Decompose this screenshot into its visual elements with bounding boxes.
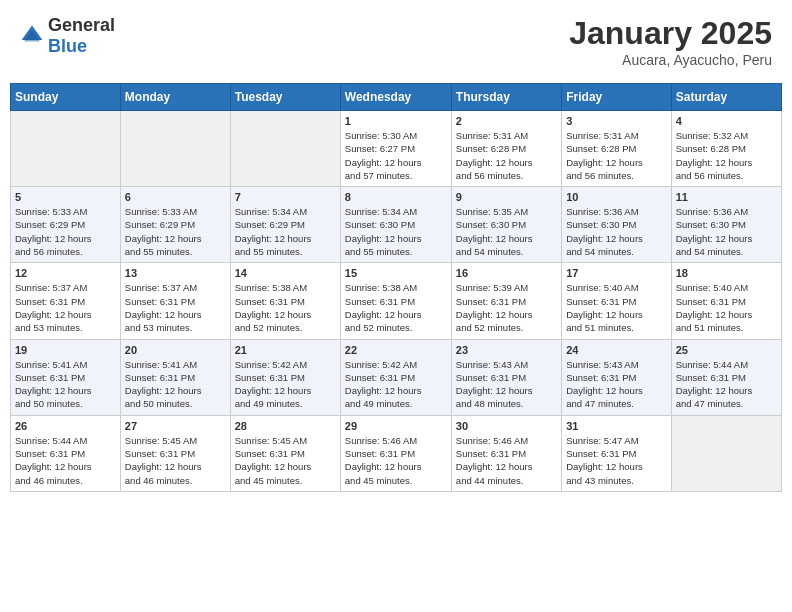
day-info-line: and 50 minutes.: [15, 397, 116, 410]
day-info-line: and 54 minutes.: [566, 245, 666, 258]
day-info-line: Sunset: 6:28 PM: [566, 142, 666, 155]
calendar-cell: 7Sunrise: 5:34 AMSunset: 6:29 PMDaylight…: [230, 187, 340, 263]
calendar-cell: 10Sunrise: 5:36 AMSunset: 6:30 PMDayligh…: [562, 187, 671, 263]
day-info-line: Daylight: 12 hours: [676, 308, 777, 321]
day-info: Sunrise: 5:38 AMSunset: 6:31 PMDaylight:…: [345, 281, 447, 334]
day-info-line: Daylight: 12 hours: [125, 232, 226, 245]
day-number: 5: [15, 191, 116, 203]
day-info-line: Daylight: 12 hours: [456, 460, 557, 473]
day-info-line: Daylight: 12 hours: [566, 460, 666, 473]
day-info-line: Daylight: 12 hours: [456, 384, 557, 397]
day-info: Sunrise: 5:44 AMSunset: 6:31 PMDaylight:…: [15, 434, 116, 487]
day-info-line: and 51 minutes.: [676, 321, 777, 334]
calendar-cell: 21Sunrise: 5:42 AMSunset: 6:31 PMDayligh…: [230, 339, 340, 415]
day-info-line: Sunrise: 5:38 AM: [235, 281, 336, 294]
calendar-week-row: 26Sunrise: 5:44 AMSunset: 6:31 PMDayligh…: [11, 415, 782, 491]
day-info-line: Sunset: 6:30 PM: [676, 218, 777, 231]
day-number: 17: [566, 267, 666, 279]
day-number: 16: [456, 267, 557, 279]
day-info-line: Sunrise: 5:45 AM: [235, 434, 336, 447]
day-info-line: and 55 minutes.: [345, 245, 447, 258]
day-number: 26: [15, 420, 116, 432]
day-info-line: and 46 minutes.: [15, 474, 116, 487]
day-info-line: Daylight: 12 hours: [566, 308, 666, 321]
title-block: January 2025 Aucara, Ayacucho, Peru: [569, 15, 772, 68]
day-info-line: and 49 minutes.: [235, 397, 336, 410]
day-info-line: and 44 minutes.: [456, 474, 557, 487]
day-info-line: Sunset: 6:27 PM: [345, 142, 447, 155]
day-number: 22: [345, 344, 447, 356]
day-info-line: Sunset: 6:30 PM: [345, 218, 447, 231]
day-of-week-header: Friday: [562, 84, 671, 111]
day-info-line: Sunrise: 5:36 AM: [676, 205, 777, 218]
day-info-line: and 52 minutes.: [456, 321, 557, 334]
day-info-line: Sunset: 6:31 PM: [125, 295, 226, 308]
calendar-cell: [11, 111, 121, 187]
day-number: 12: [15, 267, 116, 279]
day-info-line: and 51 minutes.: [566, 321, 666, 334]
calendar-week-row: 12Sunrise: 5:37 AMSunset: 6:31 PMDayligh…: [11, 263, 782, 339]
day-info-line: Sunset: 6:31 PM: [15, 295, 116, 308]
day-info: Sunrise: 5:43 AMSunset: 6:31 PMDaylight:…: [456, 358, 557, 411]
day-info: Sunrise: 5:41 AMSunset: 6:31 PMDaylight:…: [125, 358, 226, 411]
day-info-line: Sunrise: 5:43 AM: [566, 358, 666, 371]
day-of-week-header: Sunday: [11, 84, 121, 111]
day-info-line: Sunset: 6:30 PM: [456, 218, 557, 231]
calendar-cell: [230, 111, 340, 187]
day-number: 3: [566, 115, 666, 127]
logo-text-blue: Blue: [48, 36, 87, 56]
day-info-line: Sunset: 6:31 PM: [15, 371, 116, 384]
day-of-week-header: Saturday: [671, 84, 781, 111]
day-info-line: Sunset: 6:31 PM: [345, 371, 447, 384]
day-info-line: Sunrise: 5:42 AM: [235, 358, 336, 371]
day-number: 23: [456, 344, 557, 356]
day-info-line: and 45 minutes.: [235, 474, 336, 487]
calendar-cell: 6Sunrise: 5:33 AMSunset: 6:29 PMDaylight…: [120, 187, 230, 263]
day-info-line: Daylight: 12 hours: [15, 384, 116, 397]
day-info-line: Sunset: 6:29 PM: [15, 218, 116, 231]
day-info-line: Daylight: 12 hours: [345, 156, 447, 169]
day-info-line: and 52 minutes.: [235, 321, 336, 334]
calendar-cell: 31Sunrise: 5:47 AMSunset: 6:31 PMDayligh…: [562, 415, 671, 491]
day-info-line: and 46 minutes.: [125, 474, 226, 487]
calendar-cell: 27Sunrise: 5:45 AMSunset: 6:31 PMDayligh…: [120, 415, 230, 491]
day-info-line: Sunset: 6:31 PM: [566, 295, 666, 308]
calendar-cell: 3Sunrise: 5:31 AMSunset: 6:28 PMDaylight…: [562, 111, 671, 187]
day-info: Sunrise: 5:40 AMSunset: 6:31 PMDaylight:…: [676, 281, 777, 334]
day-info-line: Daylight: 12 hours: [235, 308, 336, 321]
day-info: Sunrise: 5:36 AMSunset: 6:30 PMDaylight:…: [676, 205, 777, 258]
calendar-cell: [671, 415, 781, 491]
day-info-line: Sunset: 6:31 PM: [456, 295, 557, 308]
day-info: Sunrise: 5:33 AMSunset: 6:29 PMDaylight:…: [15, 205, 116, 258]
day-info-line: Daylight: 12 hours: [235, 460, 336, 473]
day-info-line: and 55 minutes.: [235, 245, 336, 258]
day-info-line: and 53 minutes.: [15, 321, 116, 334]
calendar-week-row: 5Sunrise: 5:33 AMSunset: 6:29 PMDaylight…: [11, 187, 782, 263]
day-number: 11: [676, 191, 777, 203]
day-info-line: Sunset: 6:29 PM: [125, 218, 226, 231]
day-number: 19: [15, 344, 116, 356]
day-info: Sunrise: 5:46 AMSunset: 6:31 PMDaylight:…: [345, 434, 447, 487]
day-info: Sunrise: 5:45 AMSunset: 6:31 PMDaylight:…: [235, 434, 336, 487]
day-number: 4: [676, 115, 777, 127]
day-info-line: Sunrise: 5:37 AM: [125, 281, 226, 294]
day-info-line: and 49 minutes.: [345, 397, 447, 410]
day-number: 2: [456, 115, 557, 127]
day-info-line: Sunrise: 5:47 AM: [566, 434, 666, 447]
day-info-line: Sunrise: 5:34 AM: [345, 205, 447, 218]
calendar-header-row: SundayMondayTuesdayWednesdayThursdayFrid…: [11, 84, 782, 111]
calendar-cell: 11Sunrise: 5:36 AMSunset: 6:30 PMDayligh…: [671, 187, 781, 263]
calendar-cell: 17Sunrise: 5:40 AMSunset: 6:31 PMDayligh…: [562, 263, 671, 339]
day-info-line: Sunrise: 5:30 AM: [345, 129, 447, 142]
day-info-line: Sunrise: 5:45 AM: [125, 434, 226, 447]
calendar-cell: 28Sunrise: 5:45 AMSunset: 6:31 PMDayligh…: [230, 415, 340, 491]
day-of-week-header: Wednesday: [340, 84, 451, 111]
day-info: Sunrise: 5:37 AMSunset: 6:31 PMDaylight:…: [125, 281, 226, 334]
day-number: 30: [456, 420, 557, 432]
day-number: 20: [125, 344, 226, 356]
calendar-cell: 24Sunrise: 5:43 AMSunset: 6:31 PMDayligh…: [562, 339, 671, 415]
calendar-cell: 12Sunrise: 5:37 AMSunset: 6:31 PMDayligh…: [11, 263, 121, 339]
day-number: 31: [566, 420, 666, 432]
calendar-cell: 29Sunrise: 5:46 AMSunset: 6:31 PMDayligh…: [340, 415, 451, 491]
day-number: 14: [235, 267, 336, 279]
